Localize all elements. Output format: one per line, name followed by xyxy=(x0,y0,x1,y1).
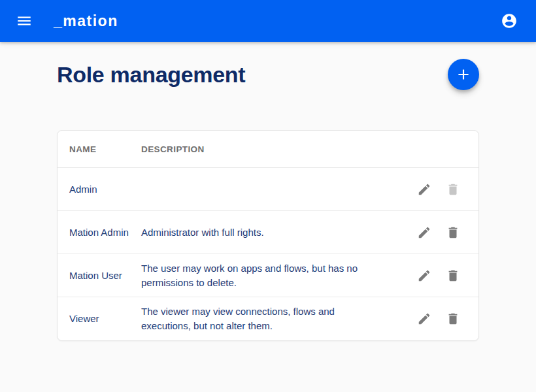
page-title: Role management xyxy=(57,62,245,88)
role-name: Mation User xyxy=(69,269,141,283)
delete-role-button xyxy=(443,180,463,199)
edit-role-button[interactable] xyxy=(414,223,434,242)
delete-role-button[interactable] xyxy=(443,309,463,329)
column-header-name: NAME xyxy=(69,144,141,154)
edit-role-button[interactable] xyxy=(414,180,434,199)
row-actions xyxy=(392,180,463,199)
hamburger-menu-icon xyxy=(16,12,33,29)
trash-delete-icon xyxy=(446,182,460,197)
delete-role-button[interactable] xyxy=(443,223,463,242)
app-bar: _mation xyxy=(0,0,536,42)
app-logo: _mation xyxy=(54,12,118,30)
delete-role-button[interactable] xyxy=(443,266,463,286)
account-button[interactable] xyxy=(498,10,520,32)
column-header-description: DESCRIPTION xyxy=(141,144,392,154)
trash-delete-icon xyxy=(446,312,460,326)
title-row: Role management xyxy=(57,59,479,90)
role-description: Administrator with full rights. xyxy=(141,225,392,240)
table-row-admin: Admin xyxy=(58,168,478,211)
page-content: Role management NAME DESCRIPTION Admin xyxy=(0,42,536,341)
row-actions xyxy=(392,266,463,286)
table-row-mation-admin: Mation Admin Administrator with full rig… xyxy=(58,211,478,254)
table-header-row: NAME DESCRIPTION xyxy=(58,131,478,168)
plus-icon xyxy=(455,66,472,83)
edit-role-button[interactable] xyxy=(414,266,434,286)
role-description: The user may work on apps and flows, but… xyxy=(141,261,392,290)
row-actions xyxy=(392,309,463,329)
add-role-button[interactable] xyxy=(448,59,479,90)
role-name: Viewer xyxy=(69,312,141,326)
role-name: Mation Admin xyxy=(69,225,141,240)
roles-table: NAME DESCRIPTION Admin Mat xyxy=(57,130,479,341)
hamburger-menu-button[interactable] xyxy=(13,10,35,32)
role-description: The viewer may view connections, flows a… xyxy=(141,304,392,333)
row-actions xyxy=(392,223,463,242)
account-circle-icon xyxy=(501,12,518,29)
trash-delete-icon xyxy=(446,225,460,240)
role-name: Admin xyxy=(69,182,141,197)
table-row-mation-user: Mation User The user may work on apps an… xyxy=(58,254,478,297)
pencil-edit-icon xyxy=(417,269,431,283)
edit-role-button[interactable] xyxy=(414,309,434,329)
pencil-edit-icon xyxy=(417,312,431,326)
table-row-viewer: Viewer The viewer may view connections, … xyxy=(58,297,478,340)
pencil-edit-icon xyxy=(417,225,431,240)
pencil-edit-icon xyxy=(417,182,431,197)
trash-delete-icon xyxy=(446,269,460,283)
